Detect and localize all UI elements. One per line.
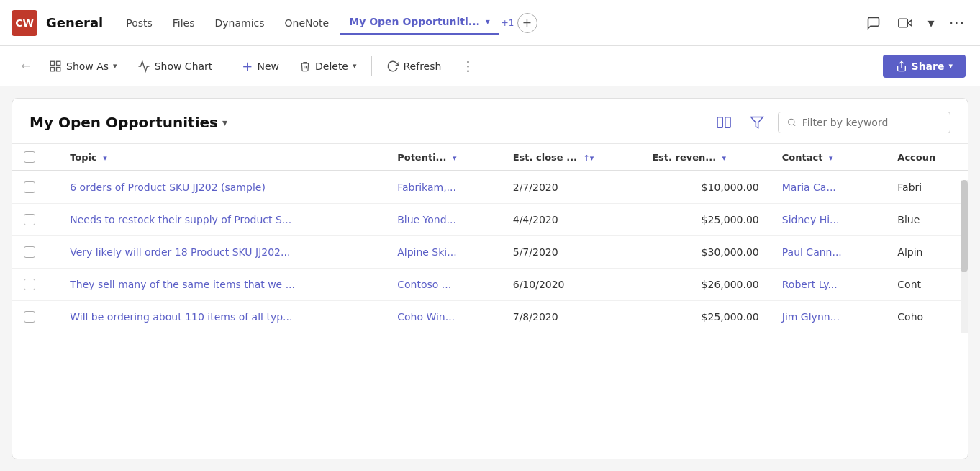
row-checkbox-2[interactable] xyxy=(12,236,58,269)
video-icon[interactable] xyxy=(894,12,917,35)
delete-button[interactable]: Delete ▾ xyxy=(291,55,366,77)
row-contact-2: Paul Cann... xyxy=(771,236,886,269)
topic-link-3[interactable]: They sell many of the same items that we… xyxy=(70,279,295,290)
row-potential-2: Alpine Ski... xyxy=(386,236,502,269)
svg-rect-1 xyxy=(899,19,908,27)
row-select-0[interactable] xyxy=(24,181,35,193)
table-wrapper: Topic ▾ Potenti... ▾ Est. close ... ↑▾ E… xyxy=(12,144,968,333)
topic-link-2[interactable]: Very likely will order 18 Product SKU JJ… xyxy=(70,246,290,258)
row-close-1: 4/4/2020 xyxy=(502,204,640,236)
scrollbar-track[interactable] xyxy=(961,180,968,333)
row-topic-1: Needs to restock their supply of Product… xyxy=(58,204,386,236)
svg-rect-5 xyxy=(57,67,60,71)
refresh-button[interactable]: Refresh xyxy=(378,55,450,77)
row-select-2[interactable] xyxy=(24,246,35,258)
top-nav: CW General Posts Files Dynamics OneNote … xyxy=(0,0,980,46)
col-header-close[interactable]: Est. close ... ↑▾ xyxy=(502,144,640,171)
delete-chevron-icon: ▾ xyxy=(353,61,357,71)
columns-icon[interactable] xyxy=(712,110,736,135)
row-potential-4: Coho Win... xyxy=(386,301,502,333)
nav-link-myopporti[interactable]: My Open Opportuniti... ▾ xyxy=(340,10,499,35)
nav-links: Posts Files Dynamics OneNote My Open Opp… xyxy=(117,10,862,35)
new-button[interactable]: + New xyxy=(233,54,288,78)
revenue-sort-icon[interactable]: ▾ xyxy=(722,153,727,163)
add-tab-button[interactable]: + xyxy=(517,13,537,33)
more-options-icon[interactable]: ··· xyxy=(945,12,968,35)
col-header-potential[interactable]: Potenti... ▾ xyxy=(386,144,502,171)
video-chevron-icon[interactable]: ▾ xyxy=(925,12,937,35)
share-icon xyxy=(896,60,907,72)
select-all-checkbox[interactable] xyxy=(24,151,35,163)
nav-right-icons: ▾ ··· xyxy=(862,12,968,35)
nav-link-onenote[interactable]: OneNote xyxy=(276,12,338,35)
toolbar: ← Show As ▾ Show Chart + New Delete ▾ R xyxy=(0,46,980,86)
list-header-right xyxy=(712,110,950,135)
filter-keyword-input[interactable] xyxy=(802,117,941,128)
show-as-button[interactable]: Show As ▾ xyxy=(40,55,126,77)
delete-icon xyxy=(299,60,311,73)
close-sort-icon[interactable]: ↑▾ xyxy=(584,153,594,163)
main-content: My Open Opportunities ▾ xyxy=(12,98,968,459)
col-header-topic[interactable]: Topic ▾ xyxy=(58,144,386,171)
row-checkbox-4[interactable] xyxy=(12,301,58,333)
chat-icon[interactable] xyxy=(862,12,885,35)
share-button[interactable]: Share ▾ xyxy=(883,55,966,78)
chevron-down-icon[interactable]: ▾ xyxy=(486,17,490,27)
row-checkbox-1[interactable] xyxy=(12,204,58,236)
svg-rect-7 xyxy=(717,117,722,127)
col-header-revenue[interactable]: Est. reven... ▾ xyxy=(640,144,771,171)
toolbar-divider-2 xyxy=(371,56,372,76)
row-revenue-0: $10,000.00 xyxy=(640,171,771,204)
table-row: 6 orders of Product SKU JJ202 (sample) F… xyxy=(12,171,968,204)
row-potential-3: Contoso ... xyxy=(386,269,502,301)
scrollbar-thumb[interactable] xyxy=(961,180,968,272)
row-revenue-2: $30,000.00 xyxy=(640,236,771,269)
svg-rect-3 xyxy=(57,61,60,65)
toolbar-divider-1 xyxy=(227,56,227,76)
filter-icon[interactable] xyxy=(745,110,769,135)
row-select-4[interactable] xyxy=(24,311,35,323)
active-tab-label: My Open Opportuniti... xyxy=(349,16,480,27)
avatar: CW xyxy=(12,10,37,36)
topic-link-1[interactable]: Needs to restock their supply of Product… xyxy=(70,214,291,225)
col-header-contact[interactable]: Contact ▾ xyxy=(771,144,886,171)
opportunities-table: Topic ▾ Potenti... ▾ Est. close ... ↑▾ E… xyxy=(12,144,968,333)
svg-point-12 xyxy=(789,119,794,125)
show-as-icon xyxy=(49,60,62,73)
row-topic-4: Will be ordering about 110 items of all … xyxy=(58,301,386,333)
svg-rect-4 xyxy=(50,67,54,71)
select-all-header[interactable] xyxy=(12,144,58,171)
row-account-3: Cont xyxy=(886,269,968,301)
row-revenue-1: $25,000.00 xyxy=(640,204,771,236)
more-toolbar-button[interactable]: ⋮ xyxy=(453,54,484,78)
contact-sort-icon[interactable]: ▾ xyxy=(829,153,833,163)
row-topic-2: Very likely will order 18 Product SKU JJ… xyxy=(58,236,386,269)
topic-sort-icon[interactable]: ▾ xyxy=(103,153,107,163)
list-title-chevron-icon[interactable]: ▾ xyxy=(222,117,227,128)
back-button[interactable]: ← xyxy=(14,55,37,78)
filter-input-container[interactable] xyxy=(778,112,950,133)
topic-link-4[interactable]: Will be ordering about 110 items of all … xyxy=(70,311,292,323)
row-checkbox-0[interactable] xyxy=(12,171,58,204)
row-topic-0: 6 orders of Product SKU JJ202 (sample) xyxy=(58,171,386,204)
col-header-account[interactable]: Accoun xyxy=(886,144,968,171)
row-topic-3: They sell many of the same items that we… xyxy=(58,269,386,301)
row-revenue-3: $26,000.00 xyxy=(640,269,771,301)
app-title: General xyxy=(46,15,103,30)
table-row: Very likely will order 18 Product SKU JJ… xyxy=(12,236,968,269)
row-potential-1: Blue Yond... xyxy=(386,204,502,236)
potential-sort-icon[interactable]: ▾ xyxy=(453,153,457,163)
nav-link-files[interactable]: Files xyxy=(164,12,204,35)
row-select-1[interactable] xyxy=(24,214,35,225)
row-close-0: 2/7/2020 xyxy=(502,171,640,204)
topic-link-0[interactable]: 6 orders of Product SKU JJ202 (sample) xyxy=(70,181,266,193)
more-toolbar-icon: ⋮ xyxy=(461,58,476,73)
row-checkbox-3[interactable] xyxy=(12,269,58,301)
nav-link-dynamics[interactable]: Dynamics xyxy=(207,12,273,35)
show-chart-button[interactable]: Show Chart xyxy=(129,55,222,77)
list-title: My Open Opportunities xyxy=(30,114,218,131)
row-select-3[interactable] xyxy=(24,279,35,290)
row-close-3: 6/10/2020 xyxy=(502,269,640,301)
nav-link-posts[interactable]: Posts xyxy=(117,12,161,35)
svg-marker-11 xyxy=(751,117,763,128)
